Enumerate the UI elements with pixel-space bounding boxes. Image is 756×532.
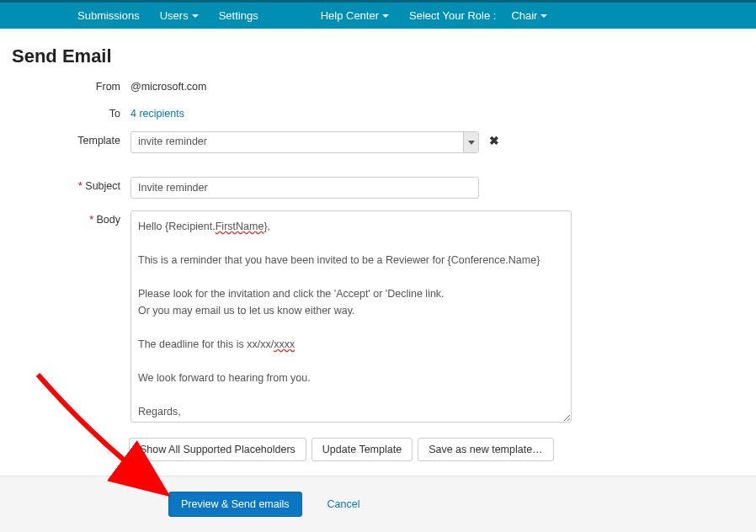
nav-submissions[interactable]: Submissions	[67, 3, 150, 29]
template-select[interactable]: invite reminder	[130, 131, 479, 153]
to-label: To	[51, 104, 130, 120]
chevron-down-icon	[540, 14, 547, 18]
show-placeholders-button[interactable]: Show All Supported Placeholders	[129, 438, 306, 461]
footer-bar: Preview & Send emails Cancel	[0, 476, 756, 532]
chevron-down-icon	[192, 14, 199, 18]
send-email-form: From @microsoft.com To 4 recipients Temp…	[51, 77, 756, 461]
subject-input[interactable]	[130, 177, 479, 199]
clear-template-icon[interactable]: ✖	[482, 134, 499, 147]
body-label: * Body	[51, 210, 130, 226]
update-template-button[interactable]: Update Template	[311, 438, 413, 461]
preview-send-button[interactable]: Preview & Send emails	[168, 492, 302, 517]
role-label: Select Your Role :	[399, 9, 501, 22]
top-nav: Submissions Users Settings Help Center S…	[0, 0, 756, 29]
subject-label: * Subject	[51, 177, 130, 192]
recipients-link[interactable]: 4 recipients	[130, 108, 184, 120]
save-as-template-button[interactable]: Save as new template…	[418, 438, 554, 461]
page-title: Send Email	[12, 45, 756, 67]
chevron-down-icon	[382, 14, 389, 18]
nav-users[interactable]: Users	[150, 3, 209, 29]
nav-settings[interactable]: Settings	[209, 3, 269, 29]
template-label: Template	[51, 131, 130, 146]
chevron-down-icon[interactable]	[463, 132, 478, 152]
nav-help-center[interactable]: Help Center	[311, 3, 399, 29]
from-label: From	[51, 77, 130, 93]
role-selector-group: Select Your Role : Chair	[399, 3, 557, 29]
template-select-value: invite reminder	[131, 132, 463, 152]
from-value: @microsoft.com	[130, 77, 756, 93]
cancel-link[interactable]: Cancel	[327, 498, 360, 510]
body-textarea[interactable]: Hello {Recipient.FirstName}, This is a r…	[130, 210, 572, 423]
role-selector[interactable]: Chair	[501, 3, 557, 29]
